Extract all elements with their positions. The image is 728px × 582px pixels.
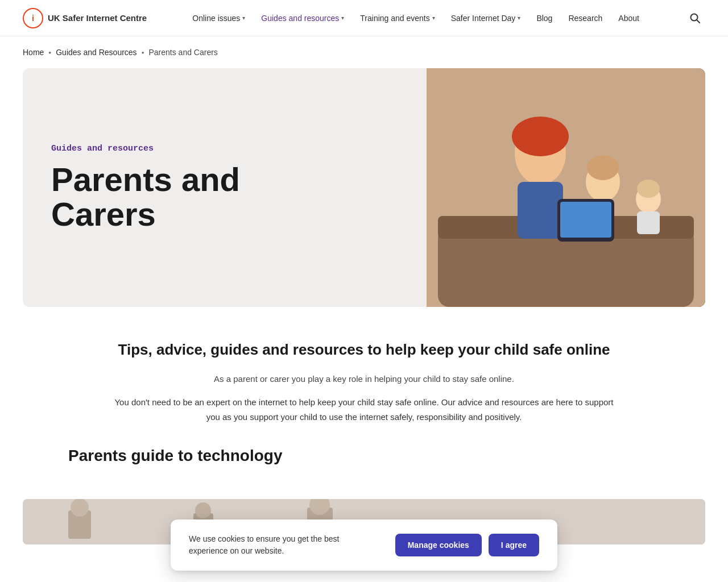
nav-about[interactable]: About: [611, 9, 646, 27]
hero-illustration: [427, 68, 705, 307]
site-logo[interactable]: i UK Safer Internet Centre: [23, 8, 147, 28]
svg-point-15: [637, 180, 660, 198]
hero-section: Guides and resources Parents andCarers: [23, 68, 705, 307]
breadcrumb: Home ● Guides and Resources ● Parents an…: [0, 36, 728, 68]
chevron-down-icon: ▾: [518, 15, 520, 21]
agree-button[interactable]: I agree: [489, 534, 539, 544]
nav-research[interactable]: Research: [561, 9, 609, 27]
chevron-down-icon: ▾: [341, 15, 344, 21]
svg-text:i: i: [32, 14, 34, 23]
hero-image: [427, 68, 705, 307]
search-icon: [690, 13, 700, 23]
svg-rect-9: [518, 182, 563, 239]
svg-point-19: [71, 499, 89, 517]
breadcrumb-guides[interactable]: Guides and Resources: [56, 48, 136, 57]
breadcrumb-home[interactable]: Home: [23, 48, 44, 57]
breadcrumb-separator: ●: [142, 50, 144, 55]
cookie-actions: Manage cookies I agree: [395, 534, 539, 544]
svg-rect-16: [637, 211, 660, 234]
svg-rect-13: [560, 202, 611, 238]
svg-line-3: [697, 20, 700, 23]
nav-guides-resources[interactable]: Guides and resources ▾: [254, 9, 351, 27]
logo-text: UK Safer Internet Centre: [48, 13, 147, 23]
main-nav: Online issues ▾ Guides and resources ▾ T…: [185, 9, 646, 27]
hero-content: Guides and resources Parents andCarers: [23, 68, 427, 307]
breadcrumb-current: Parents and Carers: [148, 48, 217, 57]
svg-point-21: [195, 502, 211, 518]
main-content: Tips, advice, guides and resources to he…: [23, 307, 705, 499]
nav-blog[interactable]: Blog: [530, 9, 559, 27]
svg-point-11: [587, 155, 619, 180]
guide-heading: Parents guide to technology: [68, 447, 660, 465]
breadcrumb-separator: ●: [48, 50, 51, 55]
svg-point-8: [512, 117, 569, 156]
hero-title: Parents andCarers: [51, 163, 398, 232]
site-header: i UK Safer Internet Centre Online issues…: [0, 0, 728, 36]
section-main-title: Tips, advice, guides and resources to he…: [68, 341, 660, 359]
cookie-banner: We use cookies to ensure you get the bes…: [171, 519, 557, 544]
section-body: You don't need to be an expert on the in…: [108, 395, 620, 424]
hero-category: Guides and resources: [51, 144, 398, 153]
cookie-message: We use cookies to ensure you get the bes…: [189, 533, 377, 544]
logo-icon: i: [23, 8, 43, 28]
section-intro: As a parent or carer you play a key role…: [68, 372, 660, 386]
chevron-down-icon: ▾: [432, 15, 435, 21]
nav-training-events[interactable]: Training and events ▾: [353, 9, 441, 27]
nav-online-issues[interactable]: Online issues ▾: [185, 9, 252, 27]
manage-cookies-button[interactable]: Manage cookies: [395, 534, 482, 544]
nav-safer-internet-day[interactable]: Safer Internet Day ▾: [444, 9, 528, 27]
search-button[interactable]: [685, 8, 705, 28]
chevron-down-icon: ▾: [242, 15, 245, 21]
